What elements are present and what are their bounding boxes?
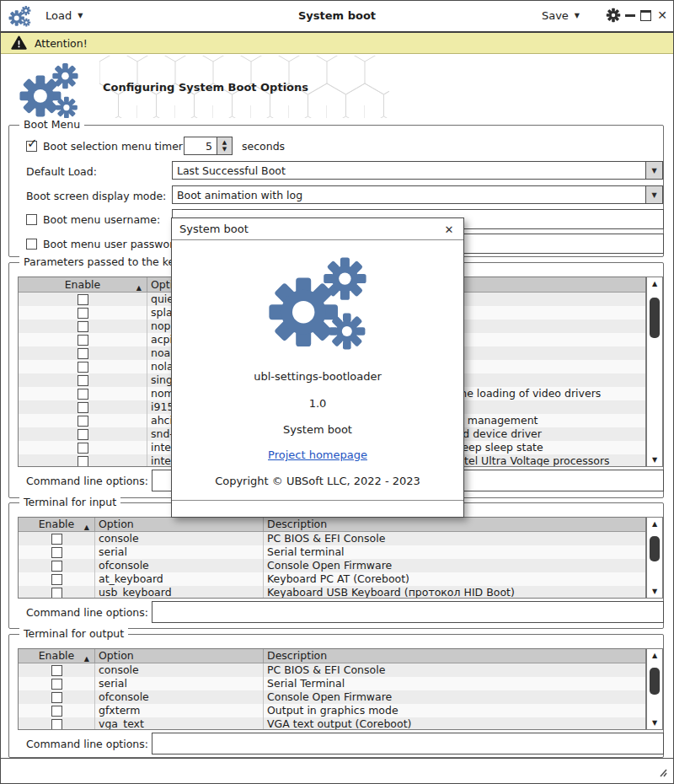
default-load-label: Default Load: bbox=[26, 165, 97, 178]
enable-checkbox[interactable] bbox=[78, 456, 88, 467]
enable-checkbox[interactable] bbox=[51, 665, 62, 676]
boot-menu-legend: Boot Menu bbox=[19, 118, 84, 132]
enable-checkbox[interactable] bbox=[78, 443, 88, 454]
option-column-header[interactable]: Option bbox=[94, 649, 263, 663]
username-checkbox[interactable] bbox=[26, 214, 37, 225]
enable-checkbox[interactable] bbox=[51, 588, 62, 599]
settings-gear-icon[interactable] bbox=[605, 7, 622, 24]
vertical-scrollbar[interactable]: ▲ ▼ bbox=[646, 277, 663, 467]
enable-checkbox[interactable] bbox=[78, 416, 88, 427]
terminal-input-cmdline-input[interactable] bbox=[152, 601, 664, 623]
enable-checkbox[interactable] bbox=[51, 719, 62, 730]
scroll-down-icon[interactable]: ▼ bbox=[647, 585, 662, 598]
enable-checkbox[interactable] bbox=[78, 348, 88, 359]
scroll-up-icon[interactable]: ▲ bbox=[647, 518, 662, 530]
timer-label: Boot selection menu timer bbox=[43, 140, 183, 153]
attention-label: Attention! bbox=[35, 37, 88, 50]
option-cell: at_keyboard bbox=[94, 572, 263, 586]
scroll-thumb[interactable] bbox=[650, 668, 660, 695]
spin-down-icon[interactable]: ▼ bbox=[222, 146, 227, 153]
scroll-down-icon[interactable]: ▼ bbox=[647, 717, 662, 729]
load-menu-label: Load bbox=[45, 9, 72, 22]
dropdown-button[interactable]: ▼ bbox=[645, 186, 662, 203]
enable-checkbox[interactable] bbox=[51, 706, 62, 717]
enable-checkbox[interactable] bbox=[78, 308, 88, 319]
description-column-header[interactable]: Description bbox=[263, 518, 645, 531]
option-column-header[interactable]: Option bbox=[94, 518, 263, 531]
dropdown-button[interactable]: ▼ bbox=[645, 162, 662, 179]
timer-checkbox[interactable] bbox=[26, 141, 37, 152]
scroll-up-icon[interactable]: ▲ bbox=[647, 277, 662, 290]
spin-up-icon[interactable]: ▲ bbox=[222, 139, 227, 146]
close-button[interactable]: ✕ bbox=[655, 8, 669, 22]
scroll-thumb[interactable] bbox=[650, 536, 660, 561]
vertical-scrollbar[interactable]: ▲ ▼ bbox=[646, 648, 663, 730]
enable-checkbox[interactable] bbox=[78, 335, 88, 346]
table-row[interactable]: gfxtermOutput in graphics mode bbox=[19, 704, 645, 717]
sort-caret-up-icon: ▲ bbox=[84, 652, 89, 663]
table-row[interactable]: ofconsoleConsole Open Firmware bbox=[19, 690, 645, 704]
dialog-close-button[interactable]: ✕ bbox=[441, 222, 457, 237]
table-row[interactable]: ofconsoleConsole Open Firmware bbox=[19, 559, 645, 572]
table-row[interactable]: serialSerial terminal bbox=[19, 545, 645, 559]
enable-checkbox[interactable] bbox=[78, 321, 88, 332]
table-row[interactable]: at_keyboardKeyboard PC AT (Coreboot) bbox=[19, 572, 645, 586]
enable-cell bbox=[19, 704, 94, 717]
enable-checkbox[interactable] bbox=[51, 679, 62, 690]
dialog-title-bar[interactable]: System boot bbox=[172, 218, 463, 240]
description-cell: Output in graphics mode bbox=[263, 704, 645, 717]
enable-cell bbox=[19, 572, 94, 586]
enable-cell bbox=[19, 373, 147, 387]
enable-checkbox[interactable] bbox=[51, 547, 62, 558]
dialog-footer bbox=[172, 500, 463, 517]
enable-cell bbox=[19, 346, 147, 360]
vertical-scrollbar[interactable]: ▲ ▼ bbox=[646, 517, 663, 599]
table-row[interactable]: consolePC BIOS & EFI Console bbox=[19, 532, 645, 545]
option-cell: serial bbox=[94, 545, 263, 559]
enable-cell bbox=[19, 532, 94, 545]
table-header: Enable ▲ Option Description bbox=[19, 649, 645, 663]
description-cell: PC BIOS & EFI Console bbox=[263, 532, 645, 545]
table-row[interactable]: vga_textVGA text output (Coreboot) bbox=[19, 717, 645, 730]
password-checkbox[interactable] bbox=[26, 239, 37, 250]
enable-checkbox[interactable] bbox=[51, 561, 62, 572]
spinner-buttons[interactable]: ▲ ▼ bbox=[217, 137, 232, 154]
enable-checkbox[interactable] bbox=[78, 294, 88, 305]
table-row[interactable]: usb_keyboardKeyaboard USB Keyboard (прот… bbox=[19, 586, 645, 599]
description-column-header[interactable]: Description bbox=[263, 649, 645, 663]
minimize-button[interactable] bbox=[623, 8, 637, 22]
default-load-combobox[interactable]: Last Successful Boot ▼ bbox=[172, 161, 663, 180]
display-mode-combobox[interactable]: Boot animation with log ▼ bbox=[172, 185, 663, 204]
enable-column-header[interactable]: Enable ▲ bbox=[19, 649, 94, 663]
option-cell: ofconsole bbox=[94, 559, 263, 572]
enable-cell bbox=[19, 427, 147, 441]
enable-checkbox[interactable] bbox=[78, 389, 88, 400]
load-menu-button[interactable]: Load ▼ bbox=[45, 0, 83, 31]
enable-cell bbox=[19, 441, 147, 454]
enable-column-header[interactable]: Enable ▲ bbox=[19, 518, 94, 531]
enable-checkbox[interactable] bbox=[78, 362, 88, 373]
terminal-output-cmdline-input[interactable] bbox=[152, 733, 664, 754]
resize-grip-icon[interactable] bbox=[656, 767, 668, 777]
maximize-button[interactable] bbox=[639, 8, 652, 22]
enable-checkbox[interactable] bbox=[78, 429, 88, 440]
enable-cell bbox=[19, 293, 147, 306]
project-homepage-link[interactable]: Project homepage bbox=[172, 448, 463, 461]
table-header: Enable ▲ Option Description bbox=[19, 518, 645, 532]
enable-checkbox[interactable] bbox=[51, 534, 62, 545]
table-row[interactable]: consolePC BIOS & EFI Console bbox=[19, 663, 645, 677]
enable-checkbox[interactable] bbox=[78, 402, 88, 413]
table-row[interactable]: serialSerial Terminal bbox=[19, 677, 645, 690]
enable-checkbox[interactable] bbox=[51, 574, 62, 585]
enable-column-header[interactable]: Enable ▲ bbox=[19, 277, 147, 292]
enable-cell bbox=[19, 414, 147, 427]
terminal-input-table: Enable ▲ Option Description consolePC BI… bbox=[18, 517, 646, 599]
save-menu-button[interactable]: Save ▼ bbox=[542, 0, 580, 31]
enable-checkbox[interactable] bbox=[78, 375, 88, 386]
timer-spinner[interactable]: 5 ▲ ▼ bbox=[184, 137, 233, 155]
close-icon: ✕ bbox=[445, 223, 454, 236]
scroll-up-icon[interactable]: ▲ bbox=[647, 649, 662, 662]
enable-checkbox[interactable] bbox=[51, 692, 62, 703]
scroll-down-icon[interactable]: ▼ bbox=[647, 454, 662, 466]
scroll-thumb[interactable] bbox=[650, 298, 660, 338]
